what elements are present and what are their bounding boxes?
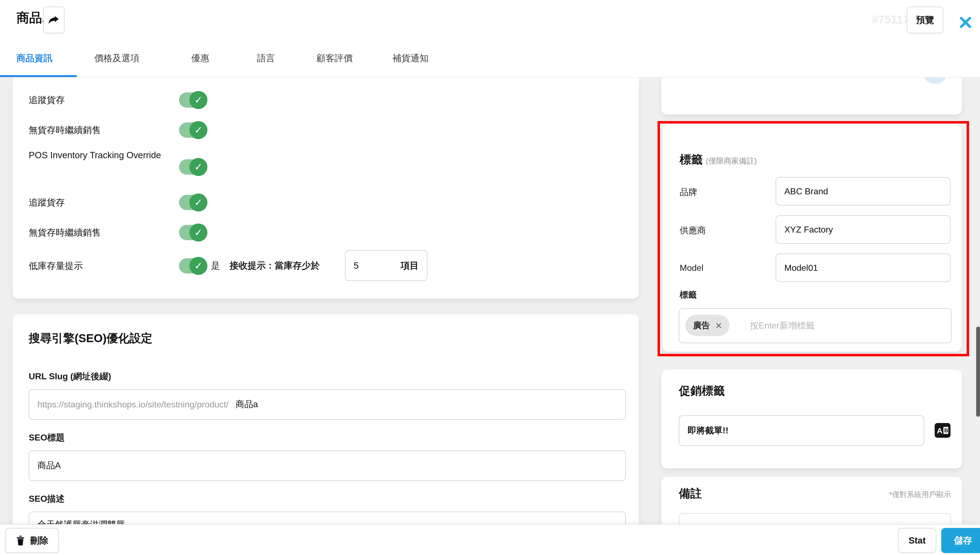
promo-label-input[interactable]: 即將截單!! <box>679 415 924 446</box>
tags-title-note: (僅限商家備註) <box>706 157 757 165</box>
brand-label: 品牌 <box>680 186 697 198</box>
url-slug-input[interactable]: https://staging.thinkshops.io/site/testn… <box>29 389 626 420</box>
seo-title-label: SEO標題 <box>29 432 65 444</box>
check-icon: ✓ <box>189 158 207 176</box>
toggle-label-sell-out-of-stock-2: 無貨存時繼續銷售 <box>29 226 101 239</box>
stat-button[interactable]: Stat <box>898 528 936 553</box>
right-scrolled-card <box>661 77 962 114</box>
url-slug-label: URL Slug (網址後綴) <box>29 371 111 383</box>
toggle-low-stock-alert[interactable]: ✓ <box>179 258 206 274</box>
tags-field-label: 標籤 <box>680 289 697 301</box>
promo-label-value: 即將截單!! <box>688 425 728 437</box>
tab-language[interactable]: 語言 <box>257 52 275 64</box>
tags-input-placeholder: 按Enter新增標籤 <box>750 320 815 332</box>
toggle-sell-out-of-stock-2[interactable]: ✓ <box>179 225 206 240</box>
tab-price-options[interactable]: 價格及選項 <box>94 52 140 64</box>
delete-button-label: 刪除 <box>30 534 48 547</box>
share-forward-icon <box>48 16 59 24</box>
toggle-label-track-stock-2: 追蹤貨存 <box>29 196 65 209</box>
close-button[interactable] <box>957 14 974 30</box>
low-stock-yes-label: 是 <box>211 260 220 272</box>
inventory-settings-card <box>13 77 639 299</box>
tab-bar: 商品資訊 價格及選項 優惠 語言 顧客評價 補貨通知 <box>0 38 980 78</box>
check-icon: ✓ <box>189 223 207 242</box>
close-x-icon <box>959 16 972 29</box>
model-input[interactable]: Model01 <box>776 253 951 282</box>
toggle-label-sell-out-of-stock-1: 無貨存時繼續銷售 <box>29 124 101 136</box>
tab-product-info[interactable]: 商品資訊 <box>16 52 53 64</box>
tab-reviews[interactable]: 顧客評價 <box>316 52 353 64</box>
stat-button-label: Stat <box>909 535 925 546</box>
check-icon: ✓ <box>189 91 207 109</box>
tab-promotions[interactable]: 優惠 <box>191 52 209 64</box>
url-slug-prefix: https://staging.thinkshops.io/site/testn… <box>37 399 228 410</box>
seo-title-value: 商品A <box>37 460 61 472</box>
footer-bar: 刪除 Stat 儲存 <box>0 524 980 555</box>
seo-section-title: 搜尋引擎(SEO)優化設定 <box>29 330 152 346</box>
tags-title-text: 標籤 <box>680 153 703 166</box>
brand-value: ABC Brand <box>784 186 828 196</box>
low-stock-threshold-input[interactable]: 5 項目 <box>345 250 427 281</box>
toggle-label-pos-override: POS Inventory Tracking Override <box>29 149 182 162</box>
toggle-label-low-stock-alert: 低庫存量提示 <box>29 260 83 272</box>
delete-button[interactable]: 刪除 <box>5 528 59 553</box>
toggle-label-track-stock-1: 追蹤貨存 <box>29 94 65 106</box>
model-label: Model <box>680 263 703 273</box>
brand-input[interactable]: ABC Brand <box>776 177 951 205</box>
order-reference: #75117 <box>872 13 909 26</box>
toggle-sell-out-of-stock-1[interactable]: ✓ <box>179 122 206 138</box>
tag-chip-label: 廣告 <box>693 320 710 331</box>
url-slug-value: 商品a <box>236 398 258 411</box>
tab-restock-alert[interactable]: 補貨通知 <box>393 52 428 64</box>
remove-tag-icon[interactable]: × <box>715 320 722 331</box>
save-button[interactable]: 儲存 <box>941 528 980 553</box>
check-icon: ✓ <box>189 121 207 139</box>
toggle-track-stock-1[interactable]: ✓ <box>179 92 206 107</box>
seo-desc-label: SEO描述 <box>29 493 65 505</box>
translate-icon[interactable]: A B <box>935 423 951 438</box>
toggle-pos-override[interactable]: ✓ <box>179 159 206 175</box>
svg-text:B: B <box>944 427 948 433</box>
tag-chip[interactable]: 廣告 × <box>685 315 730 336</box>
notes-visibility-note: *僅對系統用戶顯示 <box>679 490 951 499</box>
promo-section-title: 促銷標籤 <box>679 383 725 398</box>
supplier-value: XYZ Factory <box>784 225 833 235</box>
trash-icon <box>16 535 26 546</box>
low-stock-hint: 接收提示：當庫存少於 <box>229 260 320 272</box>
supplier-label: 供應商 <box>680 225 706 237</box>
modal-header: 商品A #75117 預覽 <box>0 0 980 38</box>
vertical-scrollbar-thumb[interactable] <box>976 327 980 417</box>
seo-title-input[interactable]: 商品A <box>29 450 626 481</box>
tags-input[interactable]: 廣告 × 按Enter新增標籤 <box>679 308 951 343</box>
scrolled-peek-circle <box>922 77 948 84</box>
preview-button[interactable]: 預覽 <box>907 6 943 33</box>
low-stock-unit-label: 項目 <box>401 260 419 272</box>
low-stock-threshold-value: 5 <box>354 260 359 271</box>
model-value: Model01 <box>784 263 818 273</box>
active-tab-underline <box>0 75 77 77</box>
preview-button-label: 預覽 <box>916 14 934 26</box>
check-icon: ✓ <box>189 194 207 212</box>
toggle-track-stock-2[interactable]: ✓ <box>179 195 206 210</box>
supplier-input[interactable]: XYZ Factory <box>776 215 951 244</box>
tags-section-title: 標籤 (僅限商家備註) <box>680 152 757 167</box>
check-icon: ✓ <box>189 257 207 275</box>
svg-text:A: A <box>937 427 942 435</box>
share-button[interactable] <box>43 6 64 33</box>
save-button-label: 儲存 <box>954 534 972 547</box>
